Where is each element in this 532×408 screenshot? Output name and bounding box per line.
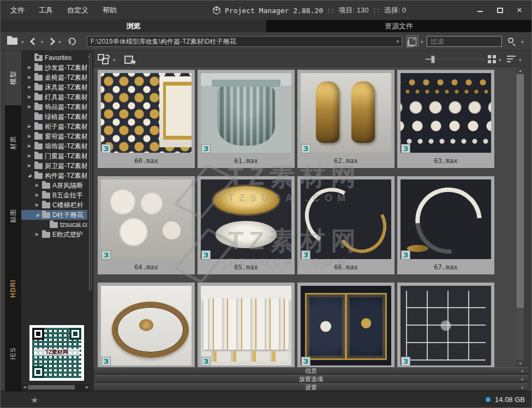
layers-caret-icon[interactable]: ▾ — [421, 39, 423, 45]
category-tab[interactable]: 模型 — [5, 56, 21, 99]
tree-collapsed-icon[interactable] — [34, 202, 40, 208]
sync-caret-icon[interactable]: ▾ — [113, 57, 116, 63]
forward-caret-icon[interactable]: ▾ — [58, 39, 61, 45]
tree-item[interactable]: tzsucai.com — [21, 220, 87, 230]
scrollbar-thumb[interactable] — [517, 74, 524, 308]
asset-card[interactable] — [198, 283, 295, 367]
folder-caret-icon[interactable]: ▾ — [21, 39, 24, 45]
folder-icon — [34, 173, 43, 179]
scroll-left-icon[interactable]: ◀ — [22, 385, 27, 389]
minimize-button[interactable] — [476, 6, 485, 15]
tree-item[interactable]: 饰品篇-TZ素材 — [21, 102, 87, 112]
tree-collapsed-icon[interactable] — [27, 94, 32, 100]
tree-item[interactable]: 床具篇-TZ素材 — [21, 82, 87, 92]
tab-resource-files[interactable]: 资源文件 — [266, 20, 531, 32]
search-button[interactable] — [508, 38, 513, 43]
asset-card[interactable]: 66.max — [297, 176, 394, 274]
tree-item[interactable]: 门窗篇-TZ素材 — [21, 151, 87, 161]
tree-collapsed-icon[interactable] — [27, 65, 32, 70]
tree-item[interactable]: C楼梯栏杆 — [21, 200, 87, 210]
slider-knob[interactable] — [431, 56, 435, 63]
address-caret-icon[interactable]: ▾ — [393, 39, 402, 44]
scroll-right-icon[interactable]: ▶ — [85, 385, 90, 389]
favorites-star-icon[interactable]: ★ — [31, 394, 38, 405]
tree-item[interactable]: 柜子篇-TZ素材 — [21, 122, 87, 131]
asset-card[interactable]: 60.max — [98, 70, 195, 168]
tree-collapsed-icon[interactable] — [27, 163, 32, 169]
open-folder-button[interactable] — [7, 38, 17, 45]
forward-button[interactable] — [49, 39, 54, 44]
asset-card[interactable]: 64.max — [98, 176, 195, 274]
tree-collapsed-icon[interactable] — [34, 193, 40, 198]
rollout-bar[interactable]: 设置▴ — [94, 383, 528, 391]
tree-expanded-icon[interactable] — [27, 173, 32, 178]
refresh-button[interactable] — [68, 38, 76, 45]
scroll-up-icon[interactable]: ▲ — [517, 67, 524, 74]
tree-collapsed-icon[interactable] — [27, 143, 32, 149]
back-button[interactable] — [31, 39, 37, 44]
tree-expanded-icon[interactable] — [34, 212, 40, 218]
rollout-bar[interactable]: 放置选项▴ — [94, 375, 528, 382]
thumbnail-size-slider[interactable] — [425, 58, 484, 60]
grid-view-button[interactable] — [488, 55, 496, 63]
tree-item[interactable]: 沙发篇-TZ素材 — [21, 63, 87, 73]
tree-item[interactable]: E欧式壁炉 — [21, 230, 87, 239]
asset-card[interactable]: 63.max — [397, 70, 494, 168]
tree-collapsed-icon[interactable] — [34, 232, 40, 237]
tree-item[interactable]: 桌椅篇-TZ素材 — [21, 73, 87, 82]
asset-card[interactable]: 65.max — [198, 176, 295, 274]
category-tab[interactable]: IES — [5, 332, 21, 375]
tree-item[interactable]: 构件篇-TZ素材 — [21, 171, 87, 181]
export-model-button[interactable] — [124, 54, 136, 64]
asset-card[interactable] — [397, 283, 494, 367]
menu-item[interactable]: 工具 — [39, 5, 53, 15]
filter-input[interactable] — [427, 36, 502, 47]
tree-item[interactable]: 窗帘篇-TZ素材 — [21, 131, 87, 141]
category-tab[interactable]: HDRI — [5, 267, 21, 310]
tree-collapsed-icon[interactable] — [34, 183, 40, 188]
category-tab[interactable]: 材质 — [5, 121, 21, 164]
tree-collapsed-icon[interactable] — [27, 134, 32, 139]
asset-card[interactable] — [297, 283, 394, 367]
tree-item[interactable]: 绿植篇-TZ素材 — [21, 112, 87, 122]
menu-item[interactable]: 文件 — [10, 5, 25, 15]
tree-vertical-scrollbar[interactable] — [89, 53, 92, 291]
sort-button[interactable] — [507, 56, 516, 62]
asset-thumbnail — [201, 286, 291, 365]
tree-item[interactable]: 灯具篇-TZ素材 — [21, 92, 87, 102]
tree-item[interactable]: D柱子雕花 — [21, 210, 87, 220]
tree-collapsed-icon[interactable] — [27, 75, 32, 80]
asset-card[interactable]: 61.max — [198, 70, 295, 168]
tree-item[interactable]: 墙饰篇-TZ素材 — [21, 141, 87, 151]
close-button[interactable]: × — [515, 6, 524, 15]
tree-item[interactable]: Favorites — [21, 53, 87, 63]
address-input[interactable] — [87, 38, 393, 45]
search-caret-icon[interactable]: ▾ — [521, 39, 524, 45]
tree-horizontal-scrollbar[interactable]: ◀ ▶ — [22, 384, 90, 391]
address-combobox[interactable]: ▾ — [87, 36, 402, 47]
tree-collapsed-icon[interactable] — [27, 104, 32, 110]
rollout-bar[interactable]: 信息▴ — [94, 367, 528, 374]
category-tab[interactable]: 贴图 — [5, 194, 21, 237]
tab-browse[interactable]: 浏览 — [1, 20, 266, 32]
tree-collapsed-icon[interactable] — [27, 124, 32, 129]
tree-item[interactable]: B五金拉手 — [21, 190, 87, 200]
scroll-down-icon[interactable]: ▼ — [517, 360, 524, 367]
maximize-button[interactable] — [495, 6, 504, 15]
tree-item[interactable]: A屏风隔断 — [21, 181, 87, 190]
menu-item[interactable]: 自定义 — [67, 5, 88, 15]
content-vertical-scrollbar[interactable]: ▲ ▼ — [517, 67, 524, 367]
asset-card[interactable]: 62.max — [297, 70, 394, 168]
scrollbar-thumb[interactable] — [28, 385, 75, 389]
tree-collapsed-icon[interactable] — [27, 153, 32, 159]
view-caret-icon[interactable]: ▾ — [499, 57, 501, 63]
back-caret-icon[interactable]: ▾ — [41, 39, 44, 45]
update-preview-button[interactable] — [98, 54, 110, 64]
menu-item[interactable]: 帮助 — [103, 5, 117, 15]
tree-collapsed-icon[interactable] — [27, 85, 32, 90]
sort-caret-icon[interactable]: ▾ — [519, 57, 522, 63]
tree-item[interactable]: 厨卫篇-TZ素材 — [21, 161, 87, 171]
asset-card[interactable] — [98, 283, 195, 367]
asset-card[interactable]: 67.max — [397, 176, 494, 274]
show-checked-button[interactable] — [407, 35, 419, 47]
